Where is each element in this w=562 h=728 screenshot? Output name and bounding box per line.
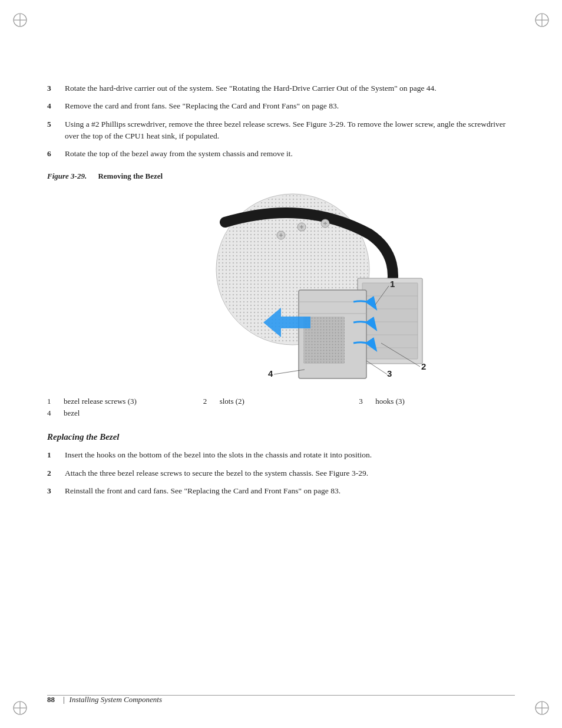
callout-table: 1 bezel release screws (3) 2 slots (2) 3… xyxy=(47,397,515,418)
footer-page-num: 88 xyxy=(47,695,55,704)
callout-num-4: 4 xyxy=(47,409,57,418)
callout-3: 3 hooks (3) xyxy=(359,397,515,406)
content-area: 3 Rotate the hard-drive carrier out of t… xyxy=(47,83,515,497)
step-item-5: 5 Using a #2 Phillips screwdriver, remov… xyxy=(47,118,515,143)
svg-rect-16 xyxy=(362,283,418,359)
replacing-section: Replacing the Bezel 1 Insert the hooks o… xyxy=(47,432,515,497)
figure-label: Figure 3-29. Removing the Bezel xyxy=(47,172,515,181)
svg-text:2: 2 xyxy=(421,361,426,371)
replacing-step-text-2: Attach the three bezel release screws to… xyxy=(65,467,515,479)
callout-text-1: bezel release screws (3) xyxy=(64,397,137,406)
step-item-4: 4 Remove the card and front fans. See "R… xyxy=(47,100,515,112)
footer-separator: | xyxy=(63,695,65,704)
bezel-diagram: 1 2 3 4 xyxy=(122,187,440,387)
replacing-step-text-3: Reinstall the front and card fans. See "… xyxy=(65,485,515,497)
callout-num-2: 2 xyxy=(203,397,213,406)
svg-text:1: 1 xyxy=(390,279,395,289)
callout-num-3: 3 xyxy=(359,397,368,406)
callout-num-1: 1 xyxy=(47,397,57,406)
corner-mark-tr xyxy=(534,12,550,28)
figure-container: 1 2 3 4 xyxy=(47,187,515,387)
callout-text-4: bezel xyxy=(64,409,80,418)
step-text-3: Rotate the hard-drive carrier out of the… xyxy=(65,83,515,94)
step-num-4: 4 xyxy=(47,100,65,112)
callout-2: 2 slots (2) xyxy=(203,397,359,406)
svg-text:3: 3 xyxy=(387,368,392,378)
step-text-6: Rotate the top of the bezel away from th… xyxy=(65,148,515,160)
replacing-step-3: 3 Reinstall the front and card fans. See… xyxy=(47,485,515,497)
page: 3 Rotate the hard-drive carrier out of t… xyxy=(0,0,562,728)
step-item-6: 6 Rotate the top of the bezel away from … xyxy=(47,148,515,160)
replacing-step-1: 1 Insert the hooks on the bottom of the … xyxy=(47,449,515,461)
footer-title: Installing System Components xyxy=(70,695,162,704)
step-text-4: Remove the card and front fans. See "Rep… xyxy=(65,100,515,112)
callout-text-3: hooks (3) xyxy=(375,397,404,406)
step-num-5: 5 xyxy=(47,118,65,143)
replacing-step-text-1: Insert the hooks on the bottom of the be… xyxy=(65,449,515,461)
step-num-6: 6 xyxy=(47,148,65,160)
figure-label-prefix: Figure 3-29. xyxy=(47,172,87,180)
step-list-remove: 3 Rotate the hard-drive carrier out of t… xyxy=(47,83,515,160)
callout-4: 4 bezel xyxy=(47,409,203,418)
callout-1: 1 bezel release screws (3) xyxy=(47,397,203,406)
footer: 88 | Installing System Components xyxy=(0,695,562,704)
step-item-3: 3 Rotate the hard-drive carrier out of t… xyxy=(47,83,515,94)
callout-text-2: slots (2) xyxy=(220,397,244,406)
corner-mark-tl xyxy=(12,12,28,28)
replacing-step-num-1: 1 xyxy=(47,449,65,461)
replacing-heading: Replacing the Bezel xyxy=(47,432,515,442)
figure-label-title: Removing the Bezel xyxy=(98,172,163,180)
step-num-3: 3 xyxy=(47,83,65,94)
step-text-5: Using a #2 Phillips screwdriver, remove … xyxy=(65,118,515,143)
replacing-step-num-3: 3 xyxy=(47,485,65,497)
replacing-step-2: 2 Attach the three bezel release screws … xyxy=(47,467,515,479)
svg-text:4: 4 xyxy=(268,368,273,378)
replacing-step-list: 1 Insert the hooks on the bottom of the … xyxy=(47,449,515,497)
replacing-step-num-2: 2 xyxy=(47,467,65,479)
